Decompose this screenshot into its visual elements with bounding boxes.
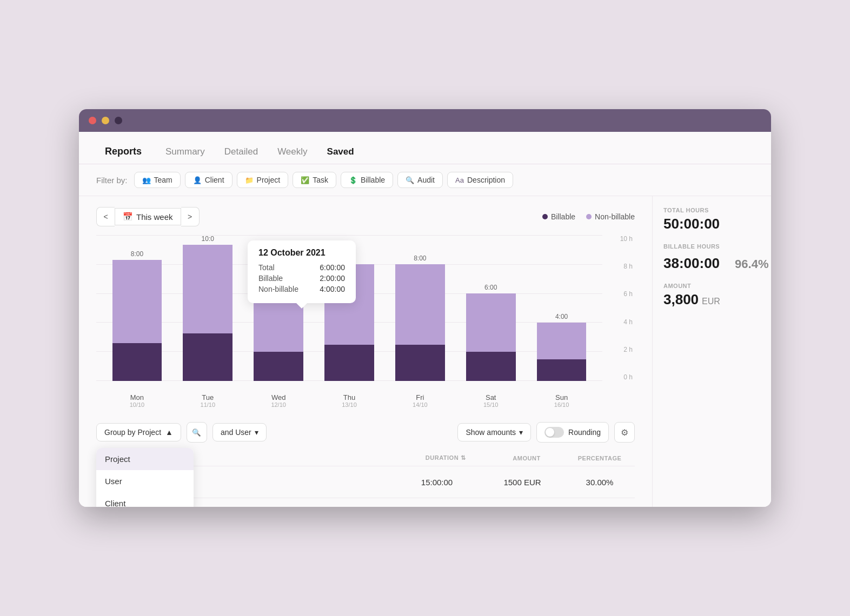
- x-label-wed: Wed 12/10: [243, 390, 314, 408]
- project-icon: 📁: [245, 176, 254, 184]
- row-percentage: 30.00%: [565, 478, 635, 487]
- col-percentage-header: PERCENTAGE: [565, 455, 635, 461]
- filter-task[interactable]: ✅ Task: [293, 172, 336, 188]
- filter-client[interactable]: 👤 Client: [185, 172, 233, 188]
- controls-row: Group by Project ▲ 🔍 and User ▾ Show amo…: [96, 422, 635, 443]
- nav-weekly[interactable]: Weekly: [269, 141, 316, 164]
- billable-hours-label: BILLABLE HOURS: [663, 243, 760, 250]
- bar-sun-stack[interactable]: [537, 323, 587, 381]
- bar-sun[interactable]: 4:00: [526, 235, 597, 381]
- audit-icon: 🔍: [406, 176, 414, 184]
- col-amount-header: AMOUNT: [489, 455, 565, 461]
- team-icon: 👥: [142, 176, 151, 184]
- bar-sat-nonbillable: [466, 293, 516, 352]
- col-duration-header: DURATION ⇅: [402, 454, 489, 461]
- bar-sun-label: 4:00: [555, 313, 568, 320]
- x-label-tue: Tue 11/10: [172, 390, 243, 408]
- x-label-thu: Thu 13/10: [314, 390, 385, 408]
- nav-saved[interactable]: Saved: [318, 141, 363, 164]
- show-amounts-chevron: ▾: [519, 428, 523, 437]
- tooltip-billable-label: Billable: [258, 274, 283, 283]
- tooltip-total-row: Total 6:00:00: [258, 263, 345, 272]
- bar-tue-stack[interactable]: [183, 245, 233, 381]
- show-amounts-button[interactable]: Show amounts ▾: [457, 423, 531, 441]
- current-period-label: 📅 This week: [115, 208, 181, 225]
- y-label-2h: 2 h: [623, 346, 633, 353]
- fullscreen-dot[interactable]: [115, 117, 122, 124]
- filter-project[interactable]: 📁 Project: [237, 172, 289, 188]
- dropdown-user[interactable]: User: [96, 470, 194, 492]
- task-icon: ✅: [301, 176, 309, 184]
- and-user-button[interactable]: and User ▾: [212, 423, 267, 441]
- bar-wed-billable: [254, 352, 303, 381]
- minimize-dot[interactable]: [102, 117, 109, 124]
- x-label-fri: Fri 14/10: [384, 390, 455, 408]
- group-by-button[interactable]: Group by Project ▲: [96, 423, 181, 441]
- settings-button[interactable]: ⚙: [614, 422, 635, 443]
- bar-sun-billable: [537, 359, 587, 381]
- tooltip-date: 12 October 2021: [258, 248, 345, 258]
- bar-mon-billable: [112, 343, 162, 381]
- y-axis-labels: 10 h 8 h 6 h 4 h 2 h 0 h: [605, 235, 635, 381]
- y-label-4h: 4 h: [623, 318, 633, 326]
- nav-reports[interactable]: Reports: [96, 140, 150, 164]
- nav-detailed[interactable]: Detailed: [216, 141, 267, 164]
- amount-value: 3,800: [663, 291, 699, 308]
- main-content: < 📅 This week > Billable: [79, 196, 652, 507]
- bar-tue-billable: [183, 333, 233, 381]
- search-icon: 🔍: [192, 428, 201, 437]
- app-content: Reports Summary Detailed Weekly Saved Fi…: [79, 132, 771, 507]
- rounding-toggle[interactable]: [544, 427, 564, 438]
- bar-mon[interactable]: 8:00: [102, 235, 172, 381]
- next-period-button[interactable]: >: [181, 207, 200, 226]
- row-duration: 15:00:00: [394, 478, 480, 487]
- bar-fri-label: 8:00: [414, 255, 426, 262]
- tooltip-total-label: Total: [258, 263, 275, 272]
- bar-tue-label: 10:0: [202, 235, 214, 243]
- filter-team[interactable]: 👥 Team: [134, 172, 181, 188]
- tooltip-total-value: 6:00:00: [320, 263, 345, 272]
- description-icon: Aa: [455, 176, 464, 184]
- amount-row: 3,800 EUR: [663, 291, 760, 308]
- filter-description[interactable]: Aa Description: [447, 172, 513, 188]
- chart-tooltip: 12 October 2021 Total 6:00:00 Billable 2…: [248, 240, 356, 303]
- bar-mon-stack[interactable]: [112, 260, 162, 381]
- bar-fri-billable: [395, 345, 445, 381]
- chart-section: < 📅 This week > Billable: [79, 196, 652, 413]
- dropdown-client[interactable]: Client: [96, 492, 194, 507]
- tooltip-billable-row: Billable 2:00:00: [258, 274, 345, 283]
- y-label-6h: 6 h: [623, 290, 633, 298]
- chart-header: < 📅 This week > Billable: [96, 207, 635, 226]
- amount-block: AMOUNT 3,800 EUR: [663, 283, 760, 308]
- filter-bar: Filter by: 👥 Team 👤 Client 📁 Project ✅ T…: [79, 164, 771, 196]
- nav-bar: Reports Summary Detailed Weekly Saved: [79, 132, 771, 164]
- billable-icon: 💲: [349, 176, 357, 184]
- bar-fri-stack[interactable]: [395, 264, 445, 381]
- filter-audit[interactable]: 🔍 Audit: [397, 172, 443, 188]
- dropdown-project[interactable]: Project: [96, 448, 194, 470]
- tooltip-nonbillable-label: Non-billable: [258, 285, 298, 293]
- tooltip-arrow: [296, 303, 307, 309]
- nav-summary[interactable]: Summary: [157, 141, 214, 164]
- gear-icon: ⚙: [621, 427, 628, 438]
- amount-currency: EUR: [702, 297, 720, 306]
- bar-sat[interactable]: 6:00: [455, 235, 526, 381]
- app-window: Reports Summary Detailed Weekly Saved Fi…: [79, 109, 771, 507]
- chevron-down-icon: ▾: [255, 428, 258, 437]
- y-label-10h: 10 h: [620, 235, 633, 243]
- bar-tue[interactable]: 10:0: [172, 235, 243, 381]
- search-button[interactable]: 🔍: [187, 422, 207, 443]
- legend-billable: Billable: [542, 212, 575, 221]
- x-label-sat: Sat 15/10: [455, 390, 526, 408]
- prev-period-button[interactable]: <: [96, 207, 115, 226]
- legend-nonbillable: Non-billable: [586, 212, 635, 221]
- billable-dot: [542, 214, 548, 219]
- tooltip-billable-value: 2:00:00: [320, 274, 345, 283]
- bar-thu-billable: [324, 345, 374, 381]
- date-nav: < 📅 This week >: [96, 207, 200, 226]
- bar-fri[interactable]: 8:00: [384, 235, 455, 381]
- filter-billable[interactable]: 💲 Billable: [341, 172, 393, 188]
- close-dot[interactable]: [89, 117, 96, 124]
- sort-icon[interactable]: ⇅: [461, 454, 466, 461]
- bar-sat-stack[interactable]: [466, 293, 516, 381]
